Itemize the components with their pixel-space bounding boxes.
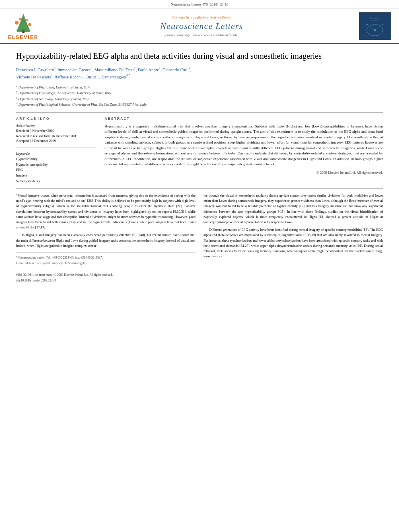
article-history-block: Article history: Received 9 November 200… xyxy=(16,124,97,144)
footnote-blank xyxy=(16,267,195,271)
article-info-label: ARTICLE INFO xyxy=(16,117,97,121)
article-title: Hypnotizability-related EEG alpha and th… xyxy=(16,51,383,61)
svg-point-5 xyxy=(28,23,31,26)
keywords-label: Keywords: xyxy=(16,152,97,156)
body-column-left: "Mental imagery occurs when perceptual i… xyxy=(16,193,195,284)
svg-point-16 xyxy=(366,24,368,25)
journal-cover-icon: Neuroscience Letters xyxy=(359,12,391,40)
body-para-3: ios through the visual or somesthetic mo… xyxy=(204,193,383,225)
affiliation-b: b Department of Psychology, "La Sapienza… xyxy=(16,90,383,96)
svg-point-15 xyxy=(374,29,376,31)
accepted-date: Accepted 16 December 2009 xyxy=(16,138,97,144)
svg-text:Letters: Letters xyxy=(372,20,378,22)
main-content: Hypnotizability-related EEG alpha and th… xyxy=(0,44,399,290)
body-para-2: In Highs, visual imagery has been classi… xyxy=(16,232,195,249)
affiliation-a: a Department of Physiology, University o… xyxy=(16,84,383,90)
article-info-column: ARTICLE INFO Article history: Received 9… xyxy=(16,117,97,184)
divider-1 xyxy=(16,112,383,113)
footnote-1: * Corresponding author. Tel.: +39 050 22… xyxy=(16,255,195,260)
elsevier-logo: ELSEVIER xyxy=(8,12,44,40)
divider-info xyxy=(16,148,97,148)
keyword-2: Hypnotic susceptibility xyxy=(16,162,97,168)
footnote-area: * Corresponding author. Tel.: +39 050 22… xyxy=(16,253,195,283)
abstract-label: ABSTRACT xyxy=(105,117,383,121)
affiliations: a Department of Physiology, University o… xyxy=(16,84,383,107)
journal-header: ELSEVIER Contents lists available at Sci… xyxy=(0,8,399,44)
article-info-abstract-row: ARTICLE INFO Article history: Received 9… xyxy=(16,117,383,184)
affiliation-d: d Department of Physiological Sciences, … xyxy=(16,101,383,107)
keyword-1: Hypnotizability xyxy=(16,156,97,162)
footnote-copyright: 0304-3940/$ – see front matter © 2009 El… xyxy=(16,273,195,277)
svg-text:Neuroscience: Neuroscience xyxy=(369,17,380,19)
svg-point-6 xyxy=(19,18,22,21)
footnote-email: E-mail address: enricas@difi.unipi.it (E… xyxy=(16,261,195,265)
svg-point-7 xyxy=(26,18,29,21)
body-divider xyxy=(16,189,383,189)
affiliation-c: c Department of Neurology, University of… xyxy=(16,96,383,102)
journal-issue-bar: Neuroscience Letters 470 (2010) 13–18 xyxy=(0,0,399,8)
svg-point-17 xyxy=(382,24,383,25)
abstract-column: ABSTRACT Hypnotizability is a cognitive … xyxy=(105,117,383,184)
body-para-1: "Mental imagery occurs when perceptual i… xyxy=(16,193,195,230)
journal-issue-text: Neuroscience Letters 470 (2010) 13–18 xyxy=(171,2,228,6)
svg-point-4 xyxy=(15,21,19,25)
received-date: Received 9 November 2009 xyxy=(16,128,97,134)
body-column-right: ios through the visual or somesthetic mo… xyxy=(204,193,383,284)
copyright-line: © 2009 Elsevier Ireland Ltd. All rights … xyxy=(105,170,383,175)
sciencedirect-text: Contents lists available at ScienceDirec… xyxy=(44,15,359,19)
body-para-4: Different generators of EEG activity hav… xyxy=(204,227,383,259)
keywords-block: Keywords: Hypnotizability Hypnotic susce… xyxy=(16,152,97,184)
abstract-text: Hypnotizability is a cognitive multidime… xyxy=(105,124,383,167)
elsevier-brand-text: ELSEVIER xyxy=(8,35,38,40)
keyword-5: Sensory modality xyxy=(16,179,97,184)
keyword-3: EEG xyxy=(16,167,97,173)
authors-line: Francesca I. Cavallaroa, Immacolata Caca… xyxy=(16,66,383,81)
journal-title-area: Contents lists available at ScienceDirec… xyxy=(44,15,359,37)
journal-name: Neuroscience Letters xyxy=(44,21,359,31)
keyword-4: Imagery xyxy=(16,173,97,179)
footnote-doi: doi:10.1016/j.neulet.2009.12.044 xyxy=(16,278,195,283)
elsevier-tree-icon xyxy=(8,12,40,34)
received-revised: Received in revised form 16 December 200… xyxy=(16,134,97,139)
body-text-area: "Mental imagery occurs when perceptual i… xyxy=(16,193,383,284)
history-label: Article history: xyxy=(16,124,97,127)
journal-thumbnail: Neuroscience Letters xyxy=(359,12,391,40)
journal-homepage: journal homepage: www.elsevier.com/locat… xyxy=(44,33,359,37)
